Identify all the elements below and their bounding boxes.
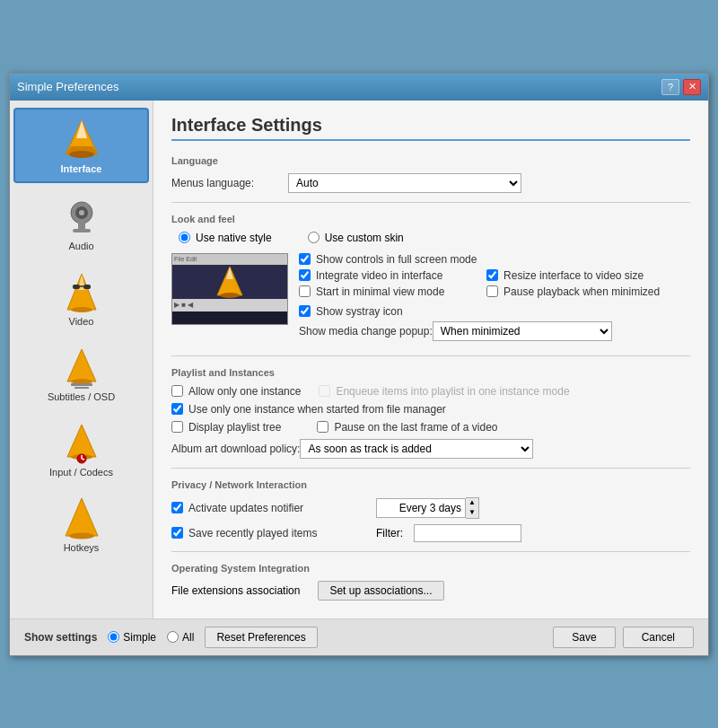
show-systray-checkbox[interactable] xyxy=(299,305,311,317)
save-recently-row: Save recently played items Filter: xyxy=(171,524,690,542)
save-recently-checkbox[interactable] xyxy=(171,527,183,539)
sidebar-item-interface-label: Interface xyxy=(61,163,102,174)
updates-row: Activate updates notifier ▲ ▼ xyxy=(171,497,690,519)
bottom-right: Save Cancel xyxy=(553,627,694,648)
sidebar-item-hotkeys[interactable]: Hotkeys xyxy=(13,488,149,560)
video-controls-bar: ▶ ■ ◀ xyxy=(172,299,287,311)
spinner-down[interactable]: ▼ xyxy=(466,508,478,518)
sidebar-item-input-label: Input / Codecs xyxy=(49,467,113,478)
simple-radio-option[interactable]: Simple xyxy=(108,631,156,644)
title-bar-controls: ? ✕ xyxy=(661,79,701,95)
subtitles-icon xyxy=(59,345,104,390)
save-recently-cb-row[interactable]: Save recently played items xyxy=(171,527,369,539)
svg-rect-12 xyxy=(73,285,80,289)
vlc-cone-preview xyxy=(215,265,244,299)
save-button[interactable]: Save xyxy=(553,627,615,648)
main-area: Interface Audio xyxy=(10,101,708,618)
all-radio-option[interactable]: All xyxy=(167,631,194,644)
show-controls-cb-row[interactable]: Show controls in full screen mode xyxy=(299,253,660,266)
media-popup-select[interactable]: When minimized Always Never xyxy=(433,321,612,341)
start-minimal-cb-row[interactable]: Start in minimal view mode xyxy=(299,285,472,298)
video-menubar: File Edit xyxy=(172,254,287,265)
setup-associations-button[interactable]: Set up associations... xyxy=(318,581,443,601)
custom-skin-option[interactable]: Use custom skin xyxy=(308,232,404,244)
sidebar-item-subtitles[interactable]: Subtitles / OSD xyxy=(13,338,149,409)
start-minimal-checkbox[interactable] xyxy=(299,285,311,297)
style-radio-group: Use native style Use custom skin xyxy=(171,232,690,244)
resize-interface-label: Resize interface to video size xyxy=(503,269,644,282)
divider-3 xyxy=(171,468,690,469)
custom-skin-label: Use custom skin xyxy=(325,232,404,244)
menus-language-label: Menus language: xyxy=(171,177,288,189)
resize-interface-checkbox[interactable] xyxy=(486,269,498,281)
integrate-video-label: Integrate video in interface xyxy=(316,269,442,282)
enqueue-items-checkbox xyxy=(319,385,330,397)
file-ext-row: File extensions association Set up assoc… xyxy=(171,581,690,601)
video-preview-section: File Edit ▶ ■ ◀ xyxy=(171,253,690,346)
pause-minimized-cb-row[interactable]: Pause playback when minimized xyxy=(486,285,660,298)
bottom-left: Show settings Simple All Reset Preferenc… xyxy=(24,627,318,648)
updates-interval-input[interactable] xyxy=(376,498,466,518)
pause-last-frame-checkbox[interactable] xyxy=(317,421,328,433)
use-one-file-manager-checkbox[interactable] xyxy=(171,403,183,415)
svg-line-23 xyxy=(82,459,84,460)
show-controls-checkbox[interactable] xyxy=(299,253,311,265)
album-art-select[interactable]: As soon as track is added When playing N… xyxy=(300,439,533,459)
native-style-option[interactable]: Use native style xyxy=(179,232,272,244)
sidebar-item-interface[interactable]: Interface xyxy=(13,108,149,183)
svg-point-25 xyxy=(69,532,94,539)
playlist-section-header: Playlist and Instances xyxy=(171,367,690,378)
activate-updates-checkbox[interactable] xyxy=(171,502,183,513)
allow-one-instance-checkbox[interactable] xyxy=(171,385,183,397)
menus-language-select[interactable]: Auto English French German xyxy=(288,173,521,193)
integrate-video-cb-row[interactable]: Integrate video in interface xyxy=(299,269,472,282)
updates-interval-spinner[interactable]: ▲ ▼ xyxy=(376,497,479,519)
use-one-file-manager-row[interactable]: Use only one instance when started from … xyxy=(171,403,690,416)
pause-minimized-label: Pause playback when minimized xyxy=(503,285,660,298)
media-popup-row: Show media change popup: When minimized … xyxy=(299,321,660,341)
playlist-section: Allow only one instance Enqueue items in… xyxy=(171,385,690,459)
show-systray-cb-row[interactable]: Show systray icon xyxy=(299,305,660,318)
reset-preferences-button[interactable]: Reset Preferences xyxy=(205,627,317,648)
svg-marker-24 xyxy=(66,498,98,536)
look-feel-checkboxes: Show controls in full screen mode Integr… xyxy=(299,253,660,346)
cancel-button[interactable]: Cancel xyxy=(623,627,694,648)
sidebar-item-audio[interactable]: Audio xyxy=(13,187,149,259)
native-style-radio[interactable] xyxy=(179,232,190,243)
allow-one-instance-row[interactable]: Allow only one instance xyxy=(171,385,301,398)
sidebar-item-input[interactable]: Input / Codecs xyxy=(13,413,149,485)
all-radio[interactable] xyxy=(167,631,179,643)
spinner-up[interactable]: ▲ xyxy=(466,498,478,508)
enqueue-items-row: Enqueue items into playlist in one insta… xyxy=(319,385,569,398)
show-systray-label: Show systray icon xyxy=(316,305,403,318)
pause-minimized-checkbox[interactable] xyxy=(486,285,498,297)
integrate-video-checkbox[interactable] xyxy=(299,269,311,281)
look-feel-section-header: Look and feel xyxy=(171,214,690,224)
os-section-header: Operating System Integration xyxy=(171,563,690,574)
spinner-arrows: ▲ ▼ xyxy=(466,497,479,519)
sidebar-item-video[interactable]: Video xyxy=(13,262,149,334)
svg-rect-13 xyxy=(83,285,91,289)
activate-updates-row[interactable]: Activate updates notifier xyxy=(171,502,369,514)
svg-marker-19 xyxy=(67,425,96,457)
pause-last-frame-row[interactable]: Pause on the last frame of a video xyxy=(317,421,497,434)
display-tree-checkbox[interactable] xyxy=(171,421,183,433)
simple-radio[interactable] xyxy=(108,631,119,643)
svg-point-8 xyxy=(79,210,84,215)
resize-interface-cb-row[interactable]: Resize interface to video size xyxy=(486,269,660,282)
panel-title: Interface Settings xyxy=(171,115,690,141)
filter-input[interactable] xyxy=(414,524,521,542)
activate-updates-label: Activate updates notifier xyxy=(188,502,303,514)
main-window: Simple Preferences ? ✕ Interfac xyxy=(9,73,709,656)
display-tree-row[interactable]: Display playlist tree xyxy=(171,421,281,434)
help-button[interactable]: ? xyxy=(661,79,679,95)
close-button[interactable]: ✕ xyxy=(683,79,701,95)
sidebar-item-hotkeys-label: Hotkeys xyxy=(64,542,100,553)
interface-icon xyxy=(59,117,104,162)
checkboxes-2col: Integrate video in interface Resize inte… xyxy=(299,269,660,298)
privacy-section: Activate updates notifier ▲ ▼ Save recen… xyxy=(171,497,690,542)
custom-skin-radio[interactable] xyxy=(308,232,320,243)
video-preview-thumbnail: File Edit ▶ ■ ◀ xyxy=(171,253,288,325)
os-section: File extensions association Set up assoc… xyxy=(171,581,690,601)
show-controls-label: Show controls in full screen mode xyxy=(316,253,477,266)
